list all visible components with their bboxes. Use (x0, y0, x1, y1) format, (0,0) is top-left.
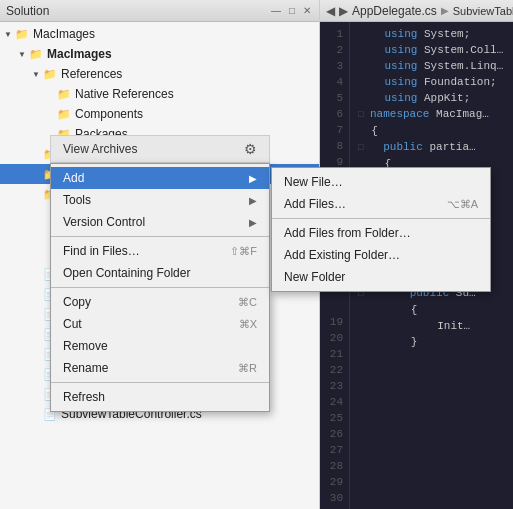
refresh-item[interactable]: Refresh (51, 386, 269, 408)
tree-item-label: MacImages (47, 47, 112, 61)
submenu-arrow-icon: ▶ (249, 173, 257, 184)
cut-shortcut: ⌘X (239, 318, 257, 331)
tree-item-macimages-proj[interactable]: ▼📁MacImages (0, 44, 319, 64)
panel-titlebar: Solution — □ ✕ (0, 0, 319, 22)
separator-3 (51, 382, 269, 383)
view-archives-label: View Archives (63, 142, 137, 156)
add-files-shortcut: ⌥⌘A (447, 198, 478, 211)
tree-item-icon: 📁 (56, 106, 72, 122)
add-submenu: New File… Add Files… ⌥⌘A Add Files from … (271, 167, 491, 292)
code-line-1: using System; (358, 26, 505, 42)
tree-item-icon: 📁 (28, 46, 44, 62)
code-line-28: { (358, 302, 505, 318)
open-containing-folder-item[interactable]: Open Containing Folder (51, 262, 269, 284)
tree-item-icon: 📁 (42, 66, 58, 82)
tree-item-icon: 📁 (14, 26, 30, 42)
find-in-files-shortcut: ⇧⌘F (230, 245, 257, 258)
add-menu-item[interactable]: Add ▶ (51, 167, 269, 189)
copy-label: Copy (63, 295, 91, 309)
add-existing-folder-item[interactable]: Add Existing Folder… (272, 244, 490, 266)
solution-panel: Solution — □ ✕ ▼📁MacImages▼📁MacImages▼📁R… (0, 0, 320, 509)
panel-title: Solution (6, 4, 49, 18)
new-folder-label: New Folder (284, 270, 345, 284)
remove-item[interactable]: Remove (51, 335, 269, 357)
rename-label: Rename (63, 361, 108, 375)
forward-button[interactable]: ▶ (339, 4, 348, 18)
context-menu-overlay: View Archives ⚙ Add ▶ New File… Add File… (50, 135, 270, 412)
code-line-2: using System.Coll… (358, 42, 505, 58)
add-existing-folder-label: Add Existing Folder… (284, 248, 400, 262)
tree-arrow-icon: ▼ (32, 70, 42, 79)
separator-2 (51, 287, 269, 288)
submenu-separator-1 (272, 218, 490, 219)
cut-label: Cut (63, 317, 82, 331)
code-line-29: Init… (358, 318, 505, 334)
panel-controls: — □ ✕ (269, 5, 313, 16)
copy-item[interactable]: Copy ⌘C (51, 291, 269, 313)
context-menu: Add ▶ New File… Add Files… ⌥⌘A Add Files… (50, 163, 270, 412)
tree-arrow-icon: ▼ (18, 50, 28, 59)
add-files-label: Add Files… (284, 197, 346, 211)
tree-item-components[interactable]: 📁Components (0, 104, 319, 124)
gear-icon[interactable]: ⚙ (244, 141, 257, 157)
close-button[interactable]: ✕ (301, 5, 313, 16)
version-control-label: Version Control (63, 215, 145, 229)
tree-item-icon: 📁 (56, 86, 72, 102)
cut-item[interactable]: Cut ⌘X (51, 313, 269, 335)
tree-item-label: Components (75, 107, 143, 121)
refresh-label: Refresh (63, 390, 105, 404)
minimize-button[interactable]: — (269, 5, 283, 16)
breadcrumb-arrow-icon: ▶ (441, 5, 449, 16)
tools-label: Tools (63, 193, 91, 207)
editor-filename: AppDelegate.cs (352, 4, 437, 18)
new-file-label: New File… (284, 175, 343, 189)
back-button[interactable]: ◀ (326, 4, 335, 18)
code-line-4: using Foundation; (358, 74, 505, 90)
editor-titlebar: ◀ ▶ AppDelegate.cs ▶ SubviewTableControl… (320, 0, 513, 22)
remove-label: Remove (63, 339, 108, 353)
add-files-from-folder-label: Add Files from Folder… (284, 226, 411, 240)
tree-item-references[interactable]: ▼📁References (0, 64, 319, 84)
add-files-from-folder-item[interactable]: Add Files from Folder… (272, 222, 490, 244)
code-line-7: □ namespace MacImag… (358, 106, 505, 123)
new-folder-item[interactable]: New Folder (272, 266, 490, 288)
open-containing-folder-label: Open Containing Folder (63, 266, 190, 280)
code-line-3: using System.Linq… (358, 58, 505, 74)
add-files-item[interactable]: Add Files… ⌥⌘A (272, 193, 490, 215)
copy-shortcut: ⌘C (238, 296, 257, 309)
rename-shortcut: ⌘R (238, 362, 257, 375)
view-archives-bar[interactable]: View Archives ⚙ (50, 135, 270, 163)
tools-arrow-icon: ▶ (249, 195, 257, 206)
rename-item[interactable]: Rename ⌘R (51, 357, 269, 379)
tree-item-label: MacImages (33, 27, 95, 41)
find-in-files-item[interactable]: Find in Files… ⇧⌘F (51, 240, 269, 262)
new-file-item[interactable]: New File… (272, 171, 490, 193)
tree-item-native-references[interactable]: 📁Native References (0, 84, 319, 104)
code-line-5: using AppKit; (358, 90, 505, 106)
breadcrumb-item[interactable]: SubviewTableController (453, 5, 513, 17)
code-line-30: } (358, 334, 505, 350)
maximize-button[interactable]: □ (287, 5, 297, 16)
code-line-9: □ public partia… (358, 139, 505, 156)
tree-item-macimages-root[interactable]: ▼📁MacImages (0, 24, 319, 44)
tree-item-label: Native References (75, 87, 174, 101)
tree-arrow-icon: ▼ (4, 30, 14, 39)
add-menu-wrapper: Add ▶ New File… Add Files… ⌥⌘A Add Files… (51, 167, 269, 189)
find-in-files-label: Find in Files… (63, 244, 140, 258)
version-control-arrow-icon: ▶ (249, 217, 257, 228)
version-control-item[interactable]: Version Control ▶ (51, 211, 269, 233)
tools-item[interactable]: Tools ▶ (51, 189, 269, 211)
add-label: Add (63, 171, 84, 185)
separator-1 (51, 236, 269, 237)
tree-item-label: References (61, 67, 122, 81)
code-line-8: { (358, 123, 505, 139)
